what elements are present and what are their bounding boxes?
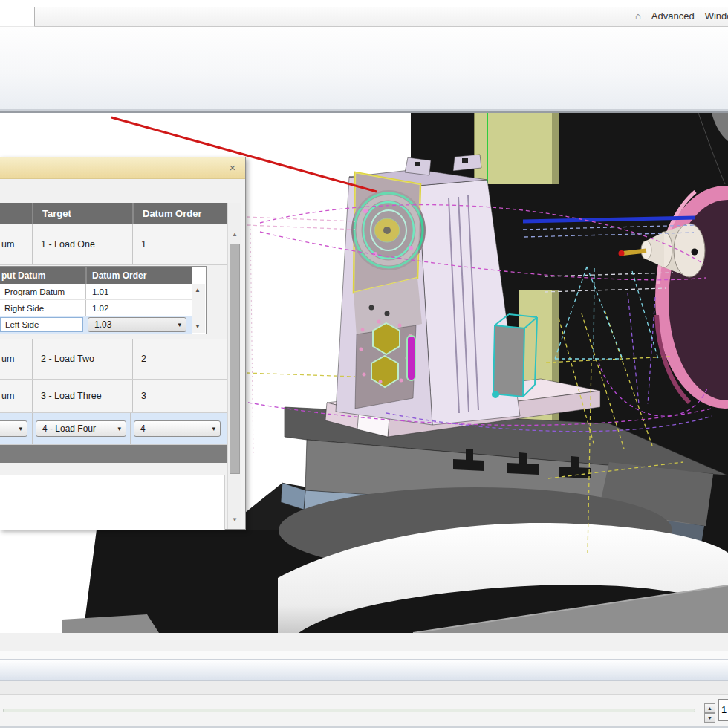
table-row[interactable]: um 2 - Load Two 2 [0,339,227,380]
cell-order: 3 [132,380,227,412]
order-combo[interactable]: 4 ▾ [134,420,221,437]
cell-datum: um [0,224,32,264]
datum-subtable: put Datum Datum Order Program Datum 1.01… [0,266,207,334]
menu-bar [0,7,728,27]
cell-order: 2 [132,339,227,379]
subtable-header: put Datum Datum Order [0,267,192,284]
cell-name: Right Side [0,300,85,316]
scroll-down-icon[interactable]: ▼ [230,515,240,525]
simulation-slider[interactable] [3,709,695,712]
menu-items: ⌂ Advanced Window [635,10,728,22]
scroll-up-icon[interactable]: ▲ [195,287,201,293]
cell-target: 2 - Load Two [32,339,132,379]
ribbon-area [0,27,728,113]
scroll-down-icon[interactable]: ▼ [195,323,201,330]
cell-target: 1 - Load One [32,224,132,264]
subtable-row[interactable]: Right Side 1.02 [0,300,192,316]
scroll-up-icon[interactable]: ▲ [230,230,240,240]
home-icon[interactable]: ⌂ [635,10,641,22]
cell-name: Program Datum [0,284,85,299]
collapsed-panel-bar[interactable] [0,659,728,681]
dialog-lower-panel [0,475,225,530]
cell-order: 1 [132,224,227,264]
cell-datum: um [0,380,32,412]
chevron-down-icon: ▾ [117,425,121,432]
target-combo[interactable]: 4 - Load Four ▾ [36,420,126,437]
col-header-input-datum[interactable]: put Datum [0,267,85,284]
scrollbar-thumb[interactable] [230,244,240,474]
table-row[interactable]: um 3 - Load Three 3 [0,380,227,413]
chevron-down-icon: ▾ [19,425,22,432]
menu-item-advanced[interactable]: Advanced [651,10,695,22]
simulation-control-bar: ▲ ▼ 1 [0,695,728,726]
table-row[interactable]: um 1 - Load One 1 [0,224,227,265]
cell-order: 1.02 [85,300,192,316]
spin-up-button[interactable]: ▲ [704,703,715,713]
workpiece-part [351,172,426,409]
file-tab[interactable] [0,7,35,27]
left-side-edit-cell[interactable]: Left Side [0,317,83,332]
datum-order-combo[interactable]: 1.03 ▾ [88,317,186,332]
col-header-datum-order[interactable]: Datum Order [132,203,227,224]
dialog-scrollbar[interactable]: ▲ ▼ [227,203,241,529]
cell-datum: um [0,339,32,379]
spin-down-button[interactable]: ▼ [704,713,715,723]
status-strip-1 [0,633,728,651]
chevron-down-icon: ▾ [178,321,181,328]
col-header-target[interactable]: Target [32,203,132,224]
table-row-selected[interactable]: ▾ 4 - Load Four ▾ 4 ▾ [0,413,227,445]
slot-pocket [407,336,415,380]
menu-item-window[interactable]: Window [705,10,728,22]
cell-order: 1.01 [85,284,192,299]
subtable-scrollbar[interactable]: ▲ ▼ [192,284,205,333]
subtable-row-selected[interactable]: Left Side 1.03 ▾ [0,316,192,334]
close-icon[interactable]: × [226,161,239,175]
cell-name: Left Side [1,318,84,331]
table-header: Target Datum Order [0,203,227,224]
col-header-sub-datum-order[interactable]: Datum Order [85,267,192,284]
datum-combo-clipped[interactable]: ▾ [0,420,27,437]
chevron-down-icon: ▾ [212,425,215,432]
cell-target: 3 - Load Three [32,380,132,412]
dialog-title-bar[interactable]: × [0,157,245,179]
status-strip-3 [0,681,728,695]
status-strip-2 [0,651,728,659]
frame-number-field[interactable]: 1 [718,699,728,721]
datum-order-dialog: × Target Datum Order um 1 - Load One 1 p… [0,157,246,530]
table-footer-bar [0,445,227,463]
subtable-row[interactable]: Program Datum 1.01 [0,284,192,300]
